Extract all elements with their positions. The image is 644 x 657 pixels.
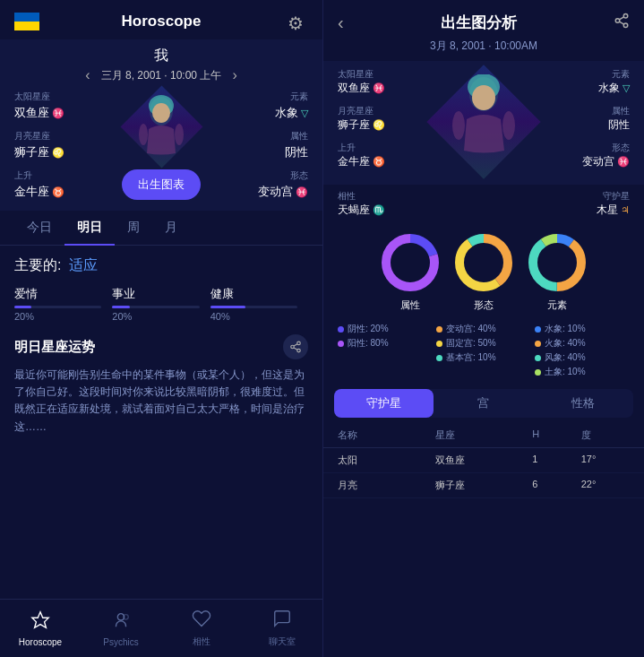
- r-element-symbol: ▽: [623, 82, 630, 94]
- r-sun-value: 双鱼座 ♓: [338, 81, 435, 96]
- right-left-col: 太阳星座 双鱼座 ♓ 月亮星座 狮子座 ♌ 上升 金牛座 ♉: [338, 68, 435, 176]
- profile-name: 我: [14, 47, 308, 65]
- nav-psychics[interactable]: Psychics: [81, 600, 161, 657]
- legend-cardinal: 基本宫: 10%: [436, 351, 531, 364]
- donut-element-svg: [525, 230, 589, 295]
- main-heading: 主要的: 适应: [14, 256, 308, 275]
- attr-label: 属性: [290, 130, 308, 143]
- prev-date-arrow[interactable]: ‹: [85, 67, 90, 83]
- birth-chart-button[interactable]: 出生图表: [122, 169, 201, 200]
- form-value: 变动宫 ♓: [258, 184, 308, 200]
- main-content: 主要的: 适应 爱情 20% 事业 20% 健康 40% 明日星座运势: [0, 246, 322, 599]
- svg-point-13: [623, 14, 628, 19]
- form-symbol: ♓: [296, 186, 308, 198]
- r-form-label: 形态: [582, 142, 630, 154]
- r-rising-info: 上升 金牛座 ♉: [338, 142, 435, 169]
- compat-label: 相性: [338, 190, 385, 203]
- compat-row: 相性 天蝎座 ♏ 守护星 木星 ♃: [323, 185, 644, 223]
- adapt-link[interactable]: 适应: [69, 257, 98, 272]
- compat-info: 相性 天蝎座 ♏: [338, 190, 385, 218]
- nav-compat-label: 相性: [193, 635, 210, 648]
- guardian-info: 守护星 木星 ♃: [597, 190, 630, 218]
- nav-compatibility[interactable]: 相性: [161, 600, 242, 657]
- attr-value: 阴性: [285, 144, 308, 160]
- guardian-value: 木星 ♃: [597, 203, 630, 218]
- legend-dot-fire: [535, 341, 541, 347]
- horoscope-section-header: 明日星座运势: [14, 334, 308, 359]
- svg-line-9: [294, 344, 297, 346]
- svg-point-2: [152, 103, 170, 123]
- td-name-0: 太阳: [338, 454, 435, 467]
- moon-label: 月亮星座: [14, 130, 113, 143]
- compat-symbol: ♏: [373, 204, 385, 216]
- right-share-button[interactable]: [614, 13, 630, 33]
- td-sign-1: 狮子座: [435, 479, 533, 492]
- tab-week[interactable]: 周: [115, 211, 152, 245]
- right-date: 3月 8, 2001 · 10:00AM: [323, 39, 644, 61]
- svg-marker-10: [32, 611, 48, 627]
- r-moon-label: 月亮星座: [338, 105, 435, 117]
- settings-button[interactable]: ⚙: [283, 11, 308, 36]
- table-header: 名称 星座 H 度: [323, 423, 644, 448]
- r-element-value: 水象 ▽: [598, 81, 630, 96]
- guardian-label: 守护星: [597, 190, 630, 203]
- profile-section: 我 ‹ 三月 8, 2001 · 10:00 上午 › 太阳星座 双鱼座 ♓ 月…: [0, 39, 322, 211]
- avatar-container: 出生图表: [116, 91, 206, 200]
- stats-row: 爱情 20% 事业 20% 健康 40%: [14, 286, 308, 322]
- th-h: H: [532, 428, 580, 442]
- next-date-arrow[interactable]: ›: [232, 67, 236, 83]
- nav-psychics-label: Psychics: [103, 637, 138, 647]
- legend-dot-fixed: [436, 341, 442, 347]
- svg-line-17: [619, 17, 623, 20]
- th-name: 名称: [338, 428, 435, 442]
- profile-date: 三月 8, 2001 · 10:00 上午: [101, 68, 222, 83]
- r-rising-symbol: ♉: [373, 156, 385, 168]
- tab-tomorrow[interactable]: 明日: [64, 211, 115, 245]
- tab-guardian-star[interactable]: 守护星: [334, 389, 434, 418]
- r-form-info: 形态 变动宫 ♓: [582, 142, 630, 169]
- legend-col-2: 变动宫: 40% 固定宫: 50% 基本宫: 10%: [436, 323, 531, 378]
- r-figure: [451, 74, 518, 169]
- donut-attr: 属性: [378, 230, 442, 312]
- legend-dot-yin: [338, 326, 344, 333]
- r-element-info: 元素 水象 ▽: [598, 68, 630, 96]
- stat-love: 爱情 20%: [14, 286, 112, 322]
- right-info-col: 元素 水象 ▽ 属性 阴性 形态 变动宫 ♓: [210, 91, 308, 200]
- svg-point-7: [297, 349, 301, 352]
- attr-info: 属性 阴性: [285, 130, 308, 160]
- th-deg: 度: [581, 428, 630, 442]
- donut-element-label: 元素: [547, 298, 567, 312]
- back-button[interactable]: ‹: [338, 13, 344, 33]
- r-form-symbol: ♓: [617, 156, 630, 168]
- nav-horoscope[interactable]: Horoscope: [0, 600, 81, 657]
- r-attr-label: 属性: [608, 105, 630, 117]
- legend-col-3: 水象: 10% 火象: 40% 风象: 40% 土象: 10%: [535, 323, 630, 378]
- tab-character[interactable]: 性格: [534, 389, 633, 418]
- sun-sign-info: 太阳星座 双鱼座 ♓: [14, 91, 113, 121]
- rising-label: 上升: [14, 169, 113, 182]
- nav-chat-label: 聊天室: [269, 635, 296, 648]
- psychics-nav-icon: [111, 610, 131, 635]
- rising-value: 金牛座 ♉: [14, 184, 113, 200]
- form-info: 形态 变动宫 ♓: [258, 169, 308, 200]
- svg-point-5: [297, 341, 301, 345]
- moon-sign-info: 月亮星座 狮子座 ♌: [14, 130, 113, 160]
- sun-value: 双鱼座 ♓: [14, 105, 113, 121]
- donut-form: 形态: [451, 230, 516, 312]
- tab-month[interactable]: 月: [152, 211, 190, 245]
- r-attr-info: 属性 阴性: [608, 105, 630, 133]
- element-info: 元素 水象 ▽: [275, 91, 308, 121]
- nav-chat[interactable]: 聊天室: [242, 600, 322, 657]
- tab-today[interactable]: 今日: [14, 211, 64, 245]
- r-sun-info: 太阳星座 双鱼座 ♓: [338, 68, 435, 96]
- right-avatar-container: [439, 68, 528, 176]
- legend-mutable: 变动宫: 40%: [436, 323, 531, 335]
- share-button[interactable]: [283, 334, 308, 359]
- tab-bar: 今日 明日 周 月: [0, 211, 322, 246]
- chat-nav-icon: [272, 609, 292, 633]
- left-info-col: 太阳星座 双鱼座 ♓ 月亮星座 狮子座 ♌ 上升 金牛座: [14, 91, 113, 200]
- legend-section: 阴性: 20% 阳性: 80% 变动宫: 40% 固定宫: 50% 基本宫: 1…: [323, 323, 644, 384]
- tab-palace[interactable]: 宫: [434, 389, 533, 418]
- table-row: 太阳 双鱼座 1 17°: [323, 448, 644, 473]
- svg-point-22: [502, 111, 515, 140]
